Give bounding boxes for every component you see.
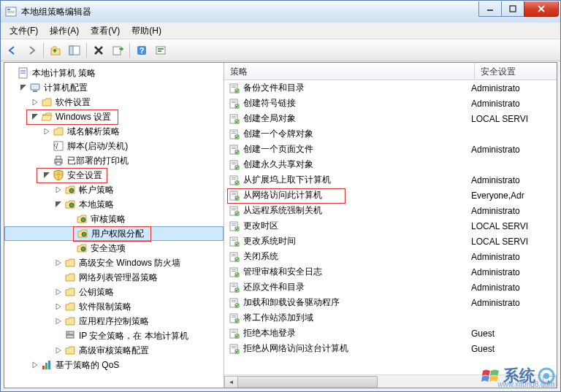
- tree-item-root[interactable]: 本地计算机 策略: [4, 66, 224, 80]
- tree-label: 计算机配置: [44, 82, 88, 94]
- menu-action[interactable]: 操作(A): [44, 23, 85, 39]
- list-item[interactable]: 拒绝本地登录Guest: [224, 326, 557, 341]
- policy-setting: Administrato: [471, 298, 520, 308]
- list-item[interactable]: 创建永久共享对象: [224, 157, 557, 172]
- list-item[interactable]: 从网络访问此计算机Everyone,Adr: [224, 188, 557, 203]
- back-button[interactable]: [4, 42, 21, 59]
- policy-item-icon: [229, 82, 240, 94]
- content-area: 本地计算机 策略计算机配置软件设置Windows 设置域名解析策略脚本(启动/关…: [4, 62, 557, 388]
- list-item[interactable]: 拒绝从网络访问这台计算机Guest: [224, 341, 557, 356]
- policy-item-icon: [229, 159, 240, 171]
- collapse-icon[interactable]: [18, 82, 29, 93]
- list-item[interactable]: 更改时区LOCAL SERVI: [224, 218, 557, 234]
- list-item[interactable]: 管理审核和安全日志Administrato: [224, 264, 557, 280]
- maximize-button[interactable]: [501, 1, 524, 17]
- list-item[interactable]: 创建全局对象LOCAL SERVI: [224, 111, 557, 126]
- expand-icon[interactable]: [53, 257, 64, 269]
- expand-icon[interactable]: [53, 345, 64, 356]
- svg-rect-49: [232, 147, 236, 147]
- delete-button[interactable]: [90, 42, 107, 59]
- folder-icon: [64, 286, 76, 298]
- expand-icon[interactable]: [29, 96, 41, 108]
- collapse-icon[interactable]: [53, 199, 64, 210]
- filter-button[interactable]: [152, 42, 169, 59]
- expand-icon[interactable]: [53, 184, 64, 196]
- tree-label: 软件设置: [56, 96, 91, 109]
- titlebar[interactable]: 本地组策略编辑器: [1, 1, 560, 23]
- column-policy[interactable]: 策略: [224, 63, 475, 80]
- collapse-icon[interactable]: [29, 111, 41, 123]
- forward-button[interactable]: [23, 42, 40, 59]
- tree-item-nlm_policy[interactable]: 网络列表管理器策略: [4, 270, 224, 285]
- policy-setting: LOCAL SERVI: [471, 114, 528, 124]
- minimize-button[interactable]: [478, 1, 502, 17]
- tree-item-ipsec[interactable]: IP 安全策略，在 本地计算机: [4, 328, 224, 343]
- menu-view[interactable]: 查看(V): [85, 23, 126, 39]
- tree-item-audit_policy[interactable]: 审核策略: [4, 212, 224, 226]
- tree-item-windows_settings[interactable]: Windows 设置: [4, 109, 224, 124]
- tree-item-security_settings[interactable]: 安全设置: [4, 168, 224, 182]
- tree-label: 基于策略的 QoS: [56, 359, 119, 372]
- list-body[interactable]: 备份文件和目录Administrato创建符号链接Administrato创建全…: [224, 80, 557, 374]
- policy-name: 创建永久共享对象: [243, 158, 313, 171]
- tree-item-local_policy[interactable]: 本地策略: [4, 197, 224, 212]
- policy-folder-icon: [64, 199, 76, 210]
- tree-label: 软件限制策略: [79, 301, 131, 313]
- list-item[interactable]: 从扩展坞上取下计算机Administrato: [224, 172, 557, 188]
- tree-item-adv_audit[interactable]: 高级审核策略配置: [4, 343, 224, 358]
- collapse-icon[interactable]: [41, 169, 53, 181]
- tree-item-qos[interactable]: 基于策略的 QoS: [4, 358, 224, 372]
- tree-item-printers[interactable]: 已部署的打印机: [4, 153, 224, 168]
- expand-icon[interactable]: [41, 126, 53, 137]
- tree-item-account_policy[interactable]: 帐户策略: [4, 182, 224, 197]
- help-button[interactable]: ?: [133, 42, 150, 59]
- list-item[interactable]: 将工作站添加到域: [224, 310, 557, 326]
- list-item[interactable]: 创建一个令牌对象: [224, 126, 557, 142]
- tree-item-software_restrict[interactable]: 软件限制策略: [4, 299, 224, 314]
- list-item[interactable]: 备份文件和目录Administrato: [224, 80, 557, 96]
- list-item[interactable]: 创建一个页面文件Administrato: [224, 142, 557, 157]
- expand-icon[interactable]: [53, 286, 64, 298]
- tree-item-user_rights[interactable]: 用户权限分配: [4, 226, 224, 241]
- export-button[interactable]: [109, 42, 126, 59]
- list-item[interactable]: 关闭系统Administrato: [224, 249, 557, 264]
- tree-item-dns_policy[interactable]: 域名解析策略: [4, 124, 224, 139]
- tree-item-firewall[interactable]: 高级安全 Windows 防火墙: [4, 255, 224, 270]
- svg-rect-5: [510, 6, 516, 12]
- scrollbar-thumb[interactable]: [237, 376, 378, 388]
- menu-help[interactable]: 帮助(H): [126, 23, 167, 39]
- column-security-setting[interactable]: 安全设置: [475, 63, 557, 80]
- list-item[interactable]: 更改系统时间LOCAL SERVI: [224, 234, 557, 249]
- up-button[interactable]: [47, 42, 64, 59]
- svg-rect-86: [232, 332, 236, 333]
- tree-item-security_options[interactable]: 安全选项: [4, 241, 224, 255]
- policy-setting: Guest: [471, 344, 495, 354]
- expand-icon[interactable]: [53, 301, 64, 312]
- tree-item-pubkey_policy[interactable]: 公钥策略: [4, 285, 224, 299]
- expand-icon[interactable]: [29, 359, 41, 371]
- tree-item-software_settings[interactable]: 软件设置: [4, 95, 224, 109]
- expand-icon[interactable]: [53, 315, 64, 327]
- policy-item-icon: [229, 282, 240, 293]
- list-item[interactable]: 加载和卸载设备驱动程序Administrato: [224, 295, 557, 310]
- list-item[interactable]: 还原文件和目录Administrato: [224, 280, 557, 295]
- tree-item-computer_config[interactable]: 计算机配置: [4, 80, 224, 95]
- policy-item-icon: [229, 328, 240, 339]
- tree-pane[interactable]: 本地计算机 策略计算机配置软件设置Windows 设置域名解析策略脚本(启动/关…: [4, 63, 224, 388]
- svg-rect-62: [232, 210, 236, 210]
- tree-item-app_control[interactable]: 应用程序控制策略: [4, 314, 224, 328]
- close-button[interactable]: [524, 1, 559, 17]
- show-hide-tree-button[interactable]: [66, 42, 83, 59]
- list-item[interactable]: 创建符号链接Administrato: [224, 96, 557, 111]
- svg-rect-89: [232, 347, 236, 348]
- list-item[interactable]: 从远程系统强制关机Administrato: [224, 203, 557, 218]
- tree-label: 应用程序控制策略: [79, 315, 149, 328]
- svg-rect-2: [7, 11, 15, 12]
- tree-item-scripts[interactable]: 脚本(启动/关机): [4, 139, 224, 153]
- scroll-left-button[interactable]: ◄: [224, 376, 238, 388]
- spacer: [64, 213, 76, 225]
- menu-file[interactable]: 文件(F): [4, 23, 44, 39]
- policy-name: 更改时区: [243, 220, 278, 232]
- spacer: [41, 140, 53, 152]
- policy-name: 从网络访问此计算机: [243, 189, 322, 201]
